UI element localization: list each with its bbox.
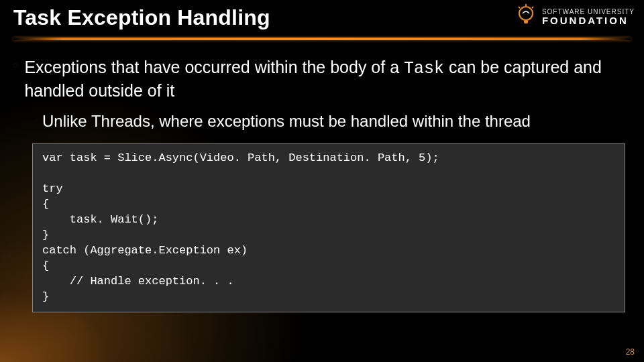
slide: Task Exception Handling SOFTWARE UNIVERS… xyxy=(0,0,644,362)
bullet-marker-icon: ▪ xyxy=(13,58,17,101)
logo-text: SOFTWARE UNIVERSITY FOUNDATION xyxy=(542,9,635,25)
svg-line-3 xyxy=(532,7,533,8)
bullet-text: Unlike Threads, where exceptions must be… xyxy=(42,111,531,131)
bullet-text: Exceptions that have occurred within the… xyxy=(24,56,631,101)
slide-title: Task Exception Handling xyxy=(13,5,270,30)
page-number: 28 xyxy=(626,347,635,357)
bullet-level2: ▪ Unlike Threads, where exceptions must … xyxy=(32,111,631,131)
logo: SOFTWARE UNIVERSITY FOUNDATION xyxy=(515,4,635,29)
logo-line2: FOUNDATION xyxy=(542,15,635,25)
lightbulb-icon xyxy=(515,4,537,29)
bullet-marker-icon: ▪ xyxy=(32,112,36,131)
bullet-level1: ▪ Exceptions that have occurred within t… xyxy=(13,56,631,101)
logo-line1: SOFTWARE UNIVERSITY xyxy=(542,9,635,15)
content-area: ▪ Exceptions that have occurred within t… xyxy=(13,56,631,312)
svg-point-0 xyxy=(519,7,533,20)
code-block: var task = Slice.Async(Video. Path, Dest… xyxy=(32,143,625,312)
inline-code-task: Task xyxy=(404,59,444,78)
title-underline xyxy=(13,38,631,40)
bullet-text-pre: Exceptions that have occurred within the… xyxy=(24,58,404,76)
svg-line-2 xyxy=(519,7,520,8)
